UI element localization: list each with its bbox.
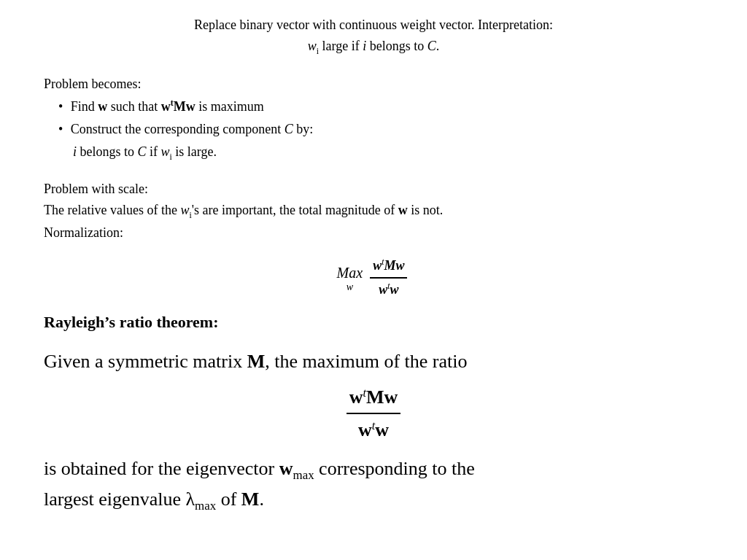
belongs-c: C [138, 144, 147, 159]
scale-w-bold: w [398, 203, 408, 217]
intro-line1: Replace binary vector with continuous we… [44, 15, 703, 36]
bullet1: Find w such that wtMw is maximum [58, 97, 703, 117]
norm-denominator: wtw [376, 279, 401, 300]
belongs-wi: w [161, 144, 170, 159]
belongs-line: i belongs to C if wi is large. [73, 142, 703, 163]
scale-wi: w [180, 203, 189, 217]
bullet2: Construct the corresponding component C … [58, 120, 703, 139]
rayleigh-line1-text: Given a symmetric matrix M, the maximum … [44, 351, 468, 372]
intro-c: C [427, 39, 436, 53]
conclusion-w: w [279, 458, 293, 479]
intro-period: . [436, 39, 440, 53]
intro-i: i [363, 39, 366, 53]
rayleigh-heading-text: Rayleigh’s ratio theorem: [44, 313, 219, 331]
max-with-under-w: Max w [337, 262, 363, 295]
bullet2-c: C [285, 122, 293, 136]
page-content: Replace binary vector with continuous we… [44, 15, 703, 515]
intro-wi: wi [308, 39, 319, 53]
scale-line3: Normalization: [44, 223, 703, 243]
rayleigh-conclusion: is obtained for the eigenvector wmax cor… [44, 454, 703, 515]
problem1-heading: Problem becomes: [44, 74, 703, 94]
bullet1-w: w [98, 99, 107, 114]
rayleigh-numerator: wtMw [347, 383, 401, 414]
norm-numerator: wtMw [370, 256, 407, 279]
conclusion-line2: largest eigenvalue λmax of M. [44, 485, 703, 516]
rayleigh-body: Given a symmetric matrix M, the maximum … [44, 347, 703, 376]
normalization-formula: Max w wtMw wtw [44, 256, 703, 300]
scale-line1: Problem with scale: [44, 179, 703, 199]
norm-frac: wtMw wtw [370, 256, 407, 300]
formula-line: Max w wtMw wtw [44, 256, 703, 300]
bullet-list: Find w such that wtMw is maximum Constru… [58, 97, 703, 139]
rayleigh-frac: wtMw wtw [347, 383, 401, 444]
conclusion-M: M [241, 489, 260, 510]
rayleigh-heading: Rayleigh’s ratio theorem: [44, 310, 703, 334]
conclusion-line1: is obtained for the eigenvector wmax cor… [44, 454, 703, 485]
rayleigh-M: M [247, 351, 266, 372]
belongs-i: i [73, 144, 77, 159]
scale-section: Problem with scale: The relative values … [44, 179, 703, 243]
intro-line2: wi large if i belongs to C. [44, 36, 703, 58]
rayleigh-formula: wtMw wtw [44, 383, 703, 444]
bullet1-wt: wtMw [161, 99, 196, 114]
problem-section-1: Problem becomes: Find w such that wtMw i… [44, 74, 703, 163]
rayleigh-denominator: wtw [355, 414, 392, 444]
intro-large-if: large if [322, 39, 363, 53]
intro-section: Replace binary vector with continuous we… [44, 15, 703, 58]
scale-line2: The relative values of the wi's are impo… [44, 201, 703, 222]
intro-belongs: belongs to [370, 39, 427, 53]
under-w-label: w [347, 279, 353, 295]
